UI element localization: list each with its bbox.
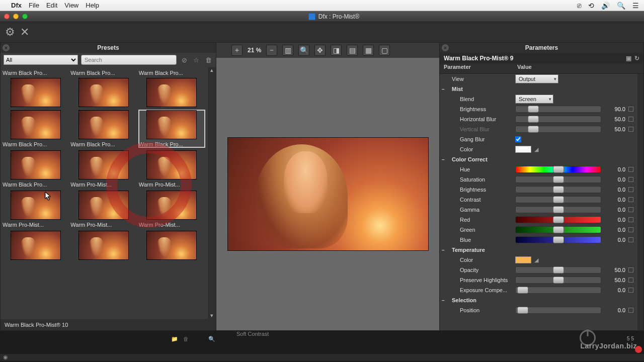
hue-slider[interactable] <box>515 166 601 173</box>
preset-item[interactable] <box>139 231 205 262</box>
hblur-slider[interactable] <box>515 116 601 123</box>
cancel-x-icon[interactable]: ✕ <box>20 26 29 39</box>
lock-icon[interactable] <box>628 197 633 202</box>
preset-item[interactable] <box>3 231 68 262</box>
eyedropper-tool-icon[interactable]: 🔍 <box>208 336 215 342</box>
lock-icon[interactable] <box>628 288 633 293</box>
lock-icon[interactable] <box>628 278 633 283</box>
zoom-in-icon[interactable]: ＋ <box>231 45 243 56</box>
view-mode-b-icon[interactable]: ▢ <box>379 45 390 56</box>
preserve-slider[interactable] <box>515 277 601 284</box>
position-slider[interactable] <box>515 307 601 314</box>
opacity-slider[interactable] <box>515 266 601 274</box>
settings-gear-icon[interactable]: ⚙ <box>5 26 15 39</box>
group-mist[interactable]: –Mist <box>440 84 636 94</box>
zoom-region-icon[interactable]: 🔍 <box>298 45 309 56</box>
preset-item[interactable]: Warm Pro-Mist... <box>70 150 136 188</box>
preset-item[interactable]: Warm Black Pro... <box>3 150 68 188</box>
clear-search-icon[interactable]: ⊘ <box>180 55 189 64</box>
parameters-close-icon[interactable]: × <box>442 44 449 51</box>
bottom-trash-icon[interactable]: 🗑 <box>183 336 189 342</box>
group-selection[interactable]: –Selection <box>440 295 636 305</box>
blue-slider[interactable] <box>515 236 601 243</box>
screen-record-icon[interactable]: ⎚ <box>577 2 581 10</box>
preset-item[interactable]: Warm Black Pro... <box>139 110 205 147</box>
preset-item[interactable]: Warm Pro-Mist... <box>139 150 205 188</box>
preset-item[interactable]: Warm Black Pro... <box>3 70 68 107</box>
preset-item[interactable]: Warm Pro-Mist... <box>139 191 205 228</box>
scroll-down-arrow-icon[interactable]: ▾ <box>210 312 213 319</box>
parameters-columns-header: Parameter Value <box>440 64 643 74</box>
lock-icon[interactable] <box>628 107 633 112</box>
mist-color-swatch[interactable] <box>515 146 531 153</box>
menu-edit[interactable]: Edit <box>46 2 57 9</box>
exposure-slider[interactable] <box>515 287 601 294</box>
viewer-area[interactable] <box>216 58 439 330</box>
contrast-slider[interactable] <box>515 196 601 203</box>
eyedropper-icon[interactable]: ◢ <box>534 146 538 153</box>
group-colorcorrect[interactable]: –Color Correct <box>440 154 636 164</box>
lock-icon[interactable] <box>628 187 633 192</box>
preset-item[interactable]: Warm Black Pro... <box>139 70 205 107</box>
window-close-button[interactable] <box>4 14 10 19</box>
folder-icon[interactable]: 📁 <box>171 336 178 342</box>
preset-item[interactable]: Warm Black Pro... <box>70 110 136 147</box>
compare-sidebyside-icon[interactable]: ▤ <box>347 45 358 56</box>
saturation-slider[interactable] <box>515 176 601 183</box>
menu-file[interactable]: File <box>29 2 39 9</box>
preset-item[interactable]: Warm Pro-Mist... <box>3 191 68 228</box>
presets-close-icon[interactable]: × <box>3 44 10 51</box>
reset-icon[interactable]: ↻ <box>634 55 639 62</box>
brightness-slider[interactable] <box>515 106 601 113</box>
save-preset-icon[interactable]: ▣ <box>626 55 631 62</box>
gangblur-checkbox[interactable] <box>515 136 521 142</box>
zoom-percent[interactable]: 21 % <box>248 47 261 54</box>
trash-icon[interactable]: 🗑 <box>204 55 213 64</box>
red-slider[interactable] <box>515 216 601 223</box>
temp-color-swatch[interactable] <box>515 256 531 263</box>
presets-filter-select[interactable]: All <box>4 55 78 65</box>
lock-icon[interactable] <box>628 117 633 122</box>
lock-icon[interactable] <box>628 177 633 182</box>
preset-item[interactable] <box>70 231 136 262</box>
lock-icon[interactable] <box>628 267 633 273</box>
lock-icon[interactable] <box>628 237 633 242</box>
blend-dropdown[interactable]: Screen <box>515 95 553 104</box>
eyedropper-icon[interactable]: ◢ <box>534 257 538 263</box>
window-minimize-button[interactable] <box>13 14 19 19</box>
parameters-header: × Parameters <box>440 43 643 53</box>
lock-icon[interactable] <box>628 308 633 313</box>
parameters-scrollbar[interactable] <box>637 74 643 330</box>
view-dropdown[interactable]: Output <box>515 74 558 83</box>
favorite-star-icon[interactable]: ☆ <box>192 55 201 64</box>
green-slider[interactable] <box>515 226 601 233</box>
menu-help[interactable]: Help <box>86 2 99 9</box>
lock-icon[interactable] <box>628 227 633 232</box>
presets-search-input[interactable] <box>81 55 177 65</box>
sync-icon[interactable]: ⟲ <box>588 2 594 10</box>
lock-icon[interactable] <box>628 167 633 172</box>
preset-item[interactable]: Warm Black Pro... <box>70 70 136 107</box>
cc-brightness-slider[interactable] <box>515 186 601 193</box>
volume-icon[interactable]: 🔊 <box>601 2 610 10</box>
presets-scrollbar[interactable]: ▴ ▾ <box>208 67 216 319</box>
preset-item[interactable]: Warm Black Pro... <box>3 110 68 147</box>
scroll-up-arrow-icon[interactable]: ▴ <box>210 67 213 74</box>
app-name[interactable]: Dfx <box>11 2 22 9</box>
menu-extras-icon[interactable]: ☰ <box>632 2 639 10</box>
alert-close-icon[interactable] <box>635 346 642 353</box>
compare-split-icon[interactable]: ◨ <box>331 45 342 56</box>
window-zoom-button[interactable] <box>22 14 28 19</box>
pan-icon[interactable]: ✥ <box>314 45 326 56</box>
preset-item[interactable]: Warm Pro-Mist... <box>70 191 136 228</box>
menu-view[interactable]: View <box>64 2 78 9</box>
group-temperature[interactable]: –Temperature <box>440 245 636 255</box>
lock-icon[interactable] <box>628 217 633 222</box>
lock-icon[interactable] <box>628 207 633 212</box>
view-mode-a-icon[interactable]: ▦ <box>363 45 374 56</box>
spotlight-icon[interactable]: 🔍 <box>617 2 625 10</box>
zoom-out-icon[interactable]: － <box>266 45 277 56</box>
fit-icon[interactable]: ▥ <box>282 45 293 56</box>
eye-icon[interactable]: ◉ <box>3 354 8 360</box>
gamma-slider[interactable] <box>515 206 601 213</box>
